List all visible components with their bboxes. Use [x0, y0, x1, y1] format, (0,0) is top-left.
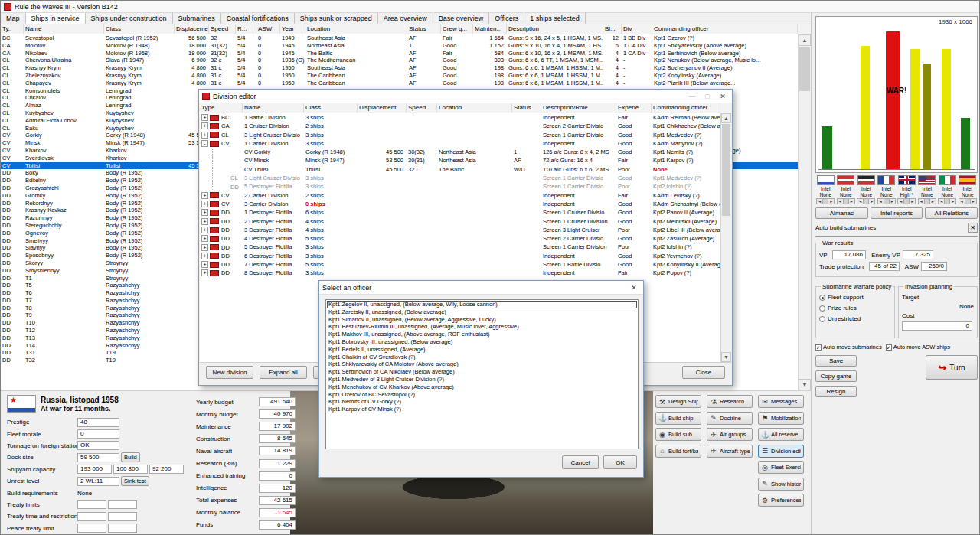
column-header[interactable]: Displacement: [175, 24, 209, 34]
tab-coastal-fortifications[interactable]: Coastal fortifications: [221, 13, 295, 24]
spin-left-icon[interactable]: ◄: [878, 199, 884, 204]
build-fort-base-button[interactable]: ⌂Build fort/base: [655, 445, 701, 458]
column-header[interactable]: Div: [622, 24, 652, 34]
relation-spinner[interactable]: ◄►: [938, 198, 956, 204]
division-row[interactable]: +DD5 Destroyer Flotilla3 shipsScreen 1 C…: [200, 243, 731, 251]
division-row[interactable]: +BC1 Battle Division3 shipsIndependentFa…: [200, 113, 731, 122]
division-row[interactable]: +DD2 Destroyer Flotilla4 shipsScreen 1 C…: [200, 217, 731, 226]
tab-ships-sunk-or-scrapped[interactable]: Ships sunk or scrapped: [295, 13, 378, 24]
relation-spinner[interactable]: ◄►: [877, 198, 896, 204]
officer-list-item[interactable]: Kpt1 Serbinovich of CA Nikolaev (Below a…: [327, 368, 637, 376]
new-division-button[interactable]: New division: [206, 366, 253, 379]
scroll-up-icon[interactable]: ▲: [799, 34, 811, 46]
expander-icon[interactable]: +: [201, 261, 208, 268]
officer-list-item[interactable]: Kpt1 Zegelov II, unassigned, (Below aver…: [327, 301, 637, 308]
tab-base-overview[interactable]: Base overview: [433, 13, 490, 24]
expander-icon[interactable]: +: [201, 192, 208, 199]
expander-icon[interactable]: +: [201, 132, 208, 139]
mobilization-button[interactable]: ⚑Mobilization: [758, 412, 804, 425]
scroll-thumb[interactable]: [799, 47, 810, 91]
division-row[interactable]: +DD7 Destroyer Flotilla5 shipsScreen 1 B…: [200, 260, 731, 269]
show-history-button[interactable]: ✎Show history: [758, 478, 804, 491]
checkbox-auto-move-submarines[interactable]: ✓Auto move submarines: [815, 344, 882, 351]
division-row[interactable]: +DD6 Destroyer Flotilla3 shipsIndependen…: [200, 252, 731, 260]
ship-row[interactable]: CLChervona UkrainaSlava (R 1947)6 90032 …: [1, 57, 798, 64]
column-header[interactable]: Speed: [407, 103, 437, 113]
build-button[interactable]: Build: [121, 452, 140, 462]
clear-icon[interactable]: ✕: [968, 223, 978, 233]
ship-row[interactable]: CLKrasnyy KrymKrasnyy Krym4 80031 c5/401…: [1, 64, 798, 72]
stat-field[interactable]: 193 000: [77, 465, 112, 474]
all-reserve-button[interactable]: ⚓All reserve: [758, 428, 804, 441]
expander-icon[interactable]: +: [201, 209, 208, 216]
column-header[interactable]: Class: [304, 103, 358, 113]
division-scrollbar[interactable]: ▲ ▼: [720, 113, 731, 362]
stat-field[interactable]: [77, 512, 106, 521]
ship-row[interactable]: CANikolaevMolotov (R 1958)18 00031(32)5/…: [1, 50, 798, 57]
build-ship-button[interactable]: ⚓Build ship: [655, 412, 701, 425]
messages-button[interactable]: ✉Messages: [758, 395, 804, 408]
aircraft-types-button[interactable]: ✈Aircraft types: [707, 445, 753, 458]
officer-list-item[interactable]: Kpt1 Menchukov of CV Kharkov (Above aver…: [327, 383, 637, 391]
division-row[interactable]: +DD1 Destroyer Flotilla6 shipsScreen 1 C…: [200, 208, 731, 217]
officer-list-item[interactable]: Kpt1 Bestuzhev-Riumin III, unassigned, (…: [327, 323, 637, 331]
expander-icon[interactable]: +: [201, 122, 208, 129]
close-icon[interactable]: ✕: [717, 93, 729, 100]
stat-field[interactable]: 0: [77, 429, 119, 439]
radio-unrestricted[interactable]: Unrestricted: [819, 315, 891, 322]
spin-right-icon[interactable]: ►: [950, 199, 956, 204]
column-header[interactable]: Speed: [209, 24, 236, 34]
column-header[interactable]: Year: [280, 24, 305, 34]
preferences-button[interactable]: ⚙Preferences: [758, 494, 804, 507]
officer-dialog-titlebar[interactable]: Select an officer ✕: [319, 281, 643, 295]
scroll-down-icon[interactable]: ▼: [721, 352, 731, 362]
expand-all-button[interactable]: Expand all: [260, 366, 307, 379]
column-header[interactable]: R...: [236, 24, 256, 34]
spin-left-icon[interactable]: ◄: [838, 199, 843, 204]
scroll-down-icon[interactable]: ▼: [799, 379, 811, 390]
doctrine-button[interactable]: ✎Doctrine: [707, 412, 753, 425]
division-row[interactable]: +CV3 Carrier Division0 shipsIndependentG…: [200, 200, 731, 208]
invasion-cost-field[interactable]: 0: [902, 321, 972, 331]
column-header[interactable]: Ty..: [1, 24, 24, 34]
all-relations-button[interactable]: All Relations: [925, 207, 978, 219]
officer-list-item[interactable]: Kpt1 Simanov II, unassigned, (Below aver…: [327, 316, 637, 324]
stat-field[interactable]: [77, 500, 106, 509]
spin-right-icon[interactable]: ►: [849, 199, 854, 204]
officer-list-item[interactable]: Kpt1 Ozerov of BC Sevastopol (?): [327, 391, 637, 399]
spin-left-icon[interactable]: ◄: [919, 199, 924, 204]
column-header[interactable]: Description: [507, 24, 603, 34]
stat-field[interactable]: OK: [77, 441, 119, 450]
officer-list-item[interactable]: Kpt1 Medvedev of 3 Light Cruiser Divisio…: [327, 376, 637, 383]
build-sub-button[interactable]: ◉Build sub: [655, 428, 701, 441]
stat-field[interactable]: 48: [77, 418, 119, 427]
resign-button[interactable]: Resign: [815, 386, 857, 397]
spin-left-icon[interactable]: ◄: [959, 199, 965, 204]
division-row[interactable]: +DD3 Destroyer Flotilla4 shipsScreen 3 L…: [200, 226, 731, 234]
expander-icon[interactable]: +: [201, 235, 208, 242]
expander-icon[interactable]: -: [201, 140, 208, 147]
relation-spinner[interactable]: ◄►: [918, 198, 936, 204]
division-row[interactable]: +CL3 Light Cruiser Divisio3 shipsScreen …: [200, 131, 731, 139]
turn-button[interactable]: ↪ Turn: [926, 355, 978, 380]
stat-field[interactable]: [108, 500, 137, 509]
officer-list-item[interactable]: Kpt1 Makhov III, unassigned, (Above aver…: [327, 331, 637, 338]
expander-icon[interactable]: +: [201, 218, 208, 225]
division-row[interactable]: +CA1 Cruiser Division2 shipsScreen 2 Car…: [200, 122, 731, 130]
scroll-up-icon[interactable]: ▲: [721, 113, 731, 123]
officer-list-item[interactable]: Kpt1 Karpov of CV Minsk (?): [327, 406, 637, 413]
spin-right-icon[interactable]: ►: [828, 199, 834, 204]
tab-submarines[interactable]: Submarines: [173, 13, 221, 24]
stat-field[interactable]: [108, 512, 137, 521]
tab-ships-in-service[interactable]: Ships in service: [26, 13, 86, 24]
column-header[interactable]: Name: [243, 103, 304, 113]
stat-field[interactable]: 100 800: [113, 465, 148, 474]
copy-game-button[interactable]: Copy game: [815, 370, 857, 382]
tab-1-ships-selected[interactable]: 1 ships selected: [524, 13, 586, 24]
stat-field[interactable]: 59 500: [77, 453, 119, 462]
radio-prize-rules[interactable]: Prize rules: [819, 305, 891, 312]
stat-field[interactable]: [77, 524, 106, 533]
division-row[interactable]: DD5 Destroyer Flotilla3 shipsScreen 1 Ca…: [200, 182, 731, 191]
minimize-icon[interactable]: —: [686, 93, 698, 100]
column-header[interactable]: Experie...: [616, 103, 652, 113]
